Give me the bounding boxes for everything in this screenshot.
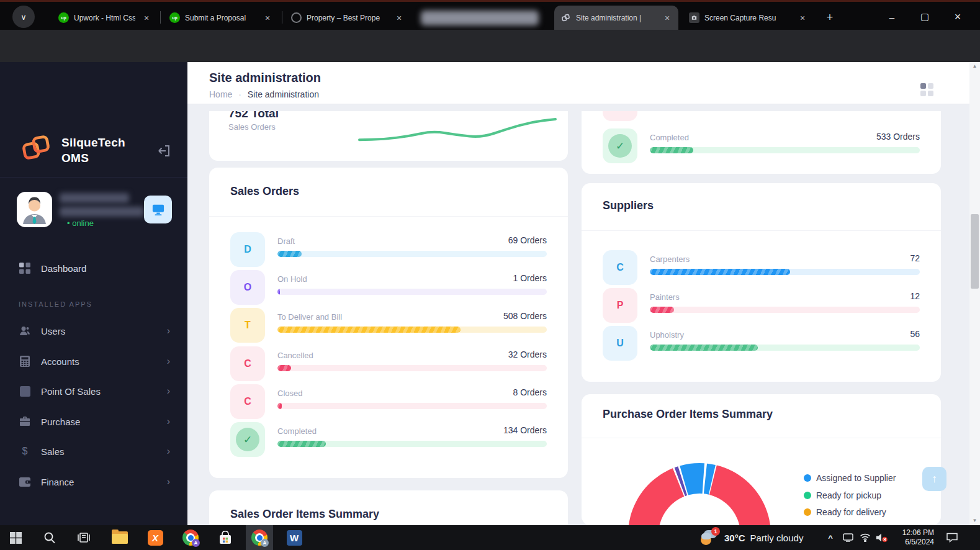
breadcrumb: Home · Site administration bbox=[209, 89, 319, 99]
close-icon[interactable]: × bbox=[263, 13, 272, 23]
tab-search-button[interactable]: ∨ bbox=[12, 6, 35, 28]
taskbar-clock[interactable]: 12:06 PM 6/5/2024 bbox=[892, 525, 934, 550]
chevron-right-icon: › bbox=[167, 356, 170, 367]
chrome-profile1-button[interactable]: A bbox=[177, 525, 204, 550]
progress-track bbox=[277, 403, 547, 409]
status-row-content: Completed 533 Orders bbox=[650, 132, 920, 153]
scroll-up-arrow[interactable]: ▲ bbox=[969, 62, 980, 71]
divider bbox=[582, 438, 941, 438]
layout-grid-icon[interactable] bbox=[920, 83, 933, 96]
clock-date: 6/5/2024 bbox=[905, 538, 934, 547]
tray-cast-button[interactable] bbox=[840, 525, 856, 550]
workstation-button[interactable] bbox=[144, 196, 172, 223]
scroll-down-arrow[interactable]: ▼ bbox=[969, 516, 980, 525]
tab-label: Upwork - Html Css bbox=[74, 14, 135, 22]
close-icon: × bbox=[955, 11, 961, 24]
close-icon[interactable]: × bbox=[662, 13, 672, 23]
maximize-button[interactable]: ▢ bbox=[912, 7, 937, 27]
tab-site-administration[interactable]: Site administration | × bbox=[554, 6, 678, 30]
microsoft-store-button[interactable] bbox=[212, 525, 239, 550]
progress-track bbox=[277, 365, 547, 371]
status-row-content: On Hold 1 Orders bbox=[277, 273, 547, 295]
search-icon bbox=[43, 531, 56, 544]
tab-screen-capture[interactable]: Screen Capture Resu × bbox=[683, 6, 814, 30]
status-label: Draft bbox=[277, 237, 295, 246]
taskbar-search-button[interactable] bbox=[36, 525, 63, 550]
xampp-button[interactable]: X bbox=[142, 525, 169, 550]
upwork-icon: up bbox=[58, 12, 69, 23]
profile-badge: A bbox=[192, 539, 200, 547]
file-explorer-button[interactable] bbox=[106, 525, 133, 550]
progress-fill bbox=[650, 307, 674, 313]
word-button[interactable]: W bbox=[281, 525, 308, 550]
supplier-row-content: Carpenters 72 bbox=[650, 253, 920, 275]
page-title: Site administration bbox=[209, 71, 321, 85]
status-badge: D bbox=[230, 232, 265, 267]
status-badge: O bbox=[230, 270, 265, 305]
word-icon: W bbox=[287, 530, 302, 546]
supplier-row-content: Painters 12 bbox=[650, 291, 920, 313]
calculator-icon bbox=[19, 356, 31, 367]
supplier-row-content: Upholstry 56 bbox=[650, 329, 920, 351]
close-icon[interactable]: × bbox=[142, 13, 151, 23]
close-window-button[interactable]: × bbox=[945, 7, 970, 27]
start-button[interactable] bbox=[2, 525, 29, 550]
page-scrollbar[interactable]: ▲ ▼ bbox=[969, 62, 980, 525]
tab-label: Screen Capture Resu bbox=[704, 14, 791, 22]
sidebar-item-finance[interactable]: Finance › bbox=[0, 468, 187, 495]
sidebar-item-accounts[interactable]: Accounts › bbox=[0, 348, 187, 375]
weather-widget[interactable]: 1 30°C Partly cloudy bbox=[700, 525, 803, 550]
tab-property[interactable]: Property – Best Prope × bbox=[285, 6, 410, 30]
scroll-to-top-button[interactable]: ↑ bbox=[922, 467, 946, 491]
status-row-draft: D Draft 69 Orders bbox=[230, 232, 547, 267]
sales-total-label: Sales Orders bbox=[228, 122, 279, 132]
task-view-button[interactable] bbox=[70, 525, 97, 550]
breadcrumb-separator: · bbox=[238, 89, 241, 99]
tray-chevron-button[interactable]: ^ bbox=[822, 525, 838, 550]
close-icon[interactable]: × bbox=[798, 13, 807, 23]
blurred-username-line2 bbox=[60, 207, 144, 217]
tab-submit-proposal[interactable]: up Submit a Proposal × bbox=[163, 6, 279, 30]
progress-track bbox=[650, 269, 920, 275]
sidebar-item-purchase[interactable]: Purchase › bbox=[0, 408, 187, 435]
upwork-icon: up bbox=[169, 12, 180, 23]
sidebar-item-label: Dashboard bbox=[41, 263, 86, 274]
new-tab-button[interactable]: + bbox=[819, 6, 840, 30]
status-label: To Deliver and Bill bbox=[277, 312, 342, 322]
status-row-completed: ✓ Completed 134 Orders bbox=[230, 422, 547, 457]
tab-label: Submit a Proposal bbox=[185, 14, 256, 22]
supplier-badge: U bbox=[603, 326, 637, 361]
sidebar-collapse-icon[interactable] bbox=[156, 143, 171, 158]
screen: ∨ up Upwork - Html Css × up Submit a Pro… bbox=[0, 0, 980, 550]
dashboard-grid-icon bbox=[19, 263, 31, 274]
chrome-profile2-button-active[interactable]: A bbox=[246, 525, 273, 550]
status-row-closed: C Closed 8 Orders bbox=[230, 384, 547, 419]
status-value: 134 Orders bbox=[503, 425, 547, 435]
sidebar-item-sales[interactable]: $ Sales › bbox=[0, 438, 187, 465]
sidebar-item-dashboard[interactable]: Dashboard bbox=[0, 255, 187, 282]
tray-volume-muted-button[interactable] bbox=[873, 525, 891, 550]
legend-dot bbox=[804, 508, 811, 516]
sidebar-item-point-of-sales[interactable]: Point Of Sales › bbox=[0, 377, 187, 405]
minimize-button[interactable]: – bbox=[879, 7, 904, 27]
close-icon[interactable]: × bbox=[394, 13, 404, 23]
brand-line2: OMS bbox=[61, 151, 89, 165]
scrollbar-thumb[interactable] bbox=[971, 214, 979, 289]
breadcrumb-home[interactable]: Home bbox=[209, 89, 232, 99]
tray-wifi-button[interactable] bbox=[857, 525, 873, 550]
tab-separator bbox=[282, 11, 282, 24]
taskbar: X A A W 1 30°C Partly cloudy ^ bbox=[0, 525, 980, 550]
sidebar-item-label: Purchase bbox=[41, 417, 80, 427]
tab-upwork[interactable]: up Upwork - Html Css × bbox=[52, 6, 158, 30]
user-avatar[interactable] bbox=[17, 192, 52, 227]
legend-item: Ready for delivery bbox=[804, 507, 886, 517]
wifi-icon bbox=[860, 533, 871, 542]
action-center-button[interactable] bbox=[941, 525, 963, 550]
chevron-right-icon: › bbox=[167, 416, 170, 427]
tab-blurred[interactable] bbox=[415, 6, 550, 30]
notification-badge: 1 bbox=[711, 527, 720, 536]
weather-icon: 1 bbox=[700, 529, 719, 546]
divider bbox=[209, 216, 568, 217]
briefcase-icon bbox=[19, 417, 31, 426]
sidebar-item-users[interactable]: Users › bbox=[0, 317, 187, 345]
